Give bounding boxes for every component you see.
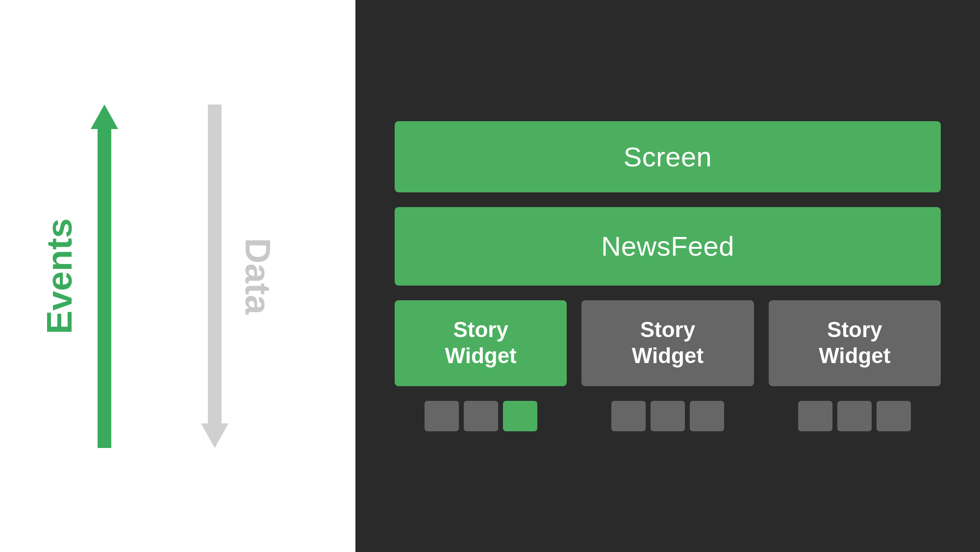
sub-widget-1-2 bbox=[464, 401, 498, 431]
sub-widget-2-2 bbox=[651, 401, 685, 431]
sub-widget-3-3 bbox=[877, 401, 911, 431]
sub-widget-1-1 bbox=[425, 401, 459, 431]
sub-widget-1-3 bbox=[503, 401, 537, 431]
screen-label: Screen bbox=[624, 141, 712, 173]
left-panel: Events Data bbox=[0, 0, 355, 552]
events-arrowhead bbox=[91, 105, 118, 129]
story-widget-3: StoryWidget bbox=[769, 300, 941, 386]
story-widget-1-label: StoryWidget bbox=[445, 317, 517, 369]
data-arrow-shaft bbox=[208, 105, 222, 423]
newsfeed-label: NewsFeed bbox=[601, 230, 734, 262]
events-label: Events bbox=[39, 218, 79, 334]
data-label: Data bbox=[238, 237, 278, 314]
sub-widget-group-3 bbox=[769, 401, 941, 431]
sub-widget-group-2 bbox=[581, 401, 754, 431]
sub-widget-2-3 bbox=[690, 401, 724, 431]
screen-box: Screen bbox=[395, 121, 941, 192]
story-widget-3-label: StoryWidget bbox=[819, 317, 890, 369]
events-arrow bbox=[91, 105, 118, 448]
right-panel: Screen NewsFeed StoryWidget StoryWidget … bbox=[355, 0, 980, 552]
data-arrowhead bbox=[201, 423, 228, 448]
story-widget-2: StoryWidget bbox=[581, 300, 754, 386]
widgets-row: StoryWidget StoryWidget StoryWidget bbox=[395, 300, 941, 386]
sub-widget-2-1 bbox=[611, 401, 646, 431]
left-section: Events Data bbox=[0, 0, 355, 552]
newsfeed-box: NewsFeed bbox=[395, 207, 941, 286]
sub-widget-3-1 bbox=[798, 401, 832, 431]
story-widget-1: StoryWidget bbox=[395, 300, 567, 386]
sub-widget-3-2 bbox=[837, 401, 872, 431]
story-widget-2-label: StoryWidget bbox=[632, 317, 704, 369]
sub-widget-group-1 bbox=[395, 401, 567, 431]
events-arrow-shaft bbox=[98, 129, 111, 448]
sub-widgets-row bbox=[395, 401, 941, 431]
data-arrow bbox=[201, 105, 228, 448]
